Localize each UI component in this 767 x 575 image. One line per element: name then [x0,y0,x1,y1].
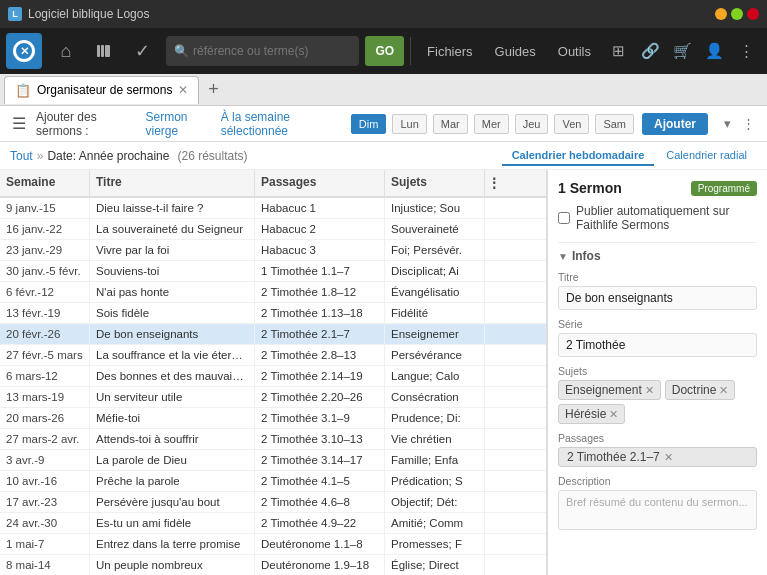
publish-checkbox[interactable] [558,212,570,224]
infos-label: Infos [572,249,601,263]
td-sujet: Promesses; F [385,534,485,554]
table-row[interactable]: 27 mars-2 avr. Attends-toi à souffrir 2 … [0,429,546,450]
description-field[interactable]: Bref résumé du contenu du sermon... [558,490,757,530]
user-icon[interactable]: 👤 [699,36,729,66]
tab-close-button[interactable]: ✕ [178,83,188,97]
td-passage: 2 Timothée 1.13–18 [255,303,385,323]
guides-menu[interactable]: Guides [485,38,546,65]
toolbar-menu-icon[interactable]: ☰ [8,110,30,137]
td-sujet: Prédication; S [385,471,485,491]
td-titre: Entrez dans la terre promise [90,534,255,554]
td-extra [485,555,501,575]
td-date: 3 avr.-9 [0,450,90,470]
tasks-button[interactable]: ✓ [124,33,160,69]
go-button[interactable]: GO [365,36,404,66]
td-date: 23 janv.-29 [0,240,90,260]
maximize-button[interactable] [731,8,743,20]
table-row[interactable]: 16 janv.-22 La souveraineté du Seigneur … [0,219,546,240]
home-button[interactable]: ⌂ [48,33,84,69]
right-panel: 1 Sermon Programmé Publier automatiqueme… [547,170,767,575]
panel-header: 1 Sermon Programmé [558,180,757,196]
a-la-semaine-link[interactable]: À la semaine sélectionnée [221,110,345,138]
table-row[interactable]: 27 févr.-5 mars La souffrance et la vie … [0,345,546,366]
panel-badge: Programmé [691,181,757,196]
passage-remove[interactable]: ✕ [664,451,673,464]
main-content: Semaine Titre Passages Sujets ⋮ 9 janv.-… [0,170,767,575]
td-passage: 2 Timothée 4.9–22 [255,513,385,533]
table-row[interactable]: 10 avr.-16 Prêche la parole 2 Timothée 4… [0,471,546,492]
minimize-button[interactable] [715,8,727,20]
day-dim-button[interactable]: Dim [351,114,387,134]
table-row[interactable]: 20 févr.-26 De bon enseignants 2 Timothé… [0,324,546,345]
td-passage: Habacuc 3 [255,240,385,260]
serie-value[interactable]: 2 Timothée [558,333,757,357]
dropdown-icon[interactable]: ▾ [720,114,735,133]
fichiers-menu[interactable]: Fichiers [417,38,483,65]
sermon-tab[interactable]: 📋 Organisateur de sermons ✕ [4,76,199,104]
cart-icon[interactable]: 🛒 [667,36,697,66]
td-extra [485,492,501,512]
day-mer-button[interactable]: Mer [474,114,509,134]
passage-tag[interactable]: 2 Timothée 2.1–7 ✕ [558,447,757,467]
table-row[interactable]: 8 mai-14 Un peuple nombreux Deutéronome … [0,555,546,575]
td-extra [485,282,501,302]
td-passage: 1 Timothée 1.1–7 [255,261,385,281]
table-row[interactable]: 30 janv.-5 févr. Souviens-toi 1 Timothée… [0,261,546,282]
table-row[interactable]: 17 avr.-23 Persévère jusqu'au bout 2 Tim… [0,492,546,513]
infos-section[interactable]: ▼ Infos [558,249,757,263]
svg-rect-1 [101,45,104,57]
td-titre: La souveraineté du Seigneur [90,219,255,239]
td-date: 1 mai-7 [0,534,90,554]
table-row[interactable]: 1 mai-7 Entrez dans la terre promise Deu… [0,534,546,555]
day-ven-button[interactable]: Ven [554,114,589,134]
tabbar: 📋 Organisateur de sermons ✕ + [0,74,767,106]
day-mar-button[interactable]: Mar [433,114,468,134]
day-jeu-button[interactable]: Jeu [515,114,549,134]
table-row[interactable]: 6 févr.-12 N'ai pas honte 2 Timothée 1.8… [0,282,546,303]
more-icon[interactable]: ⋮ [731,36,761,66]
svg-rect-0 [97,45,100,57]
close-button[interactable] [747,8,759,20]
table-row[interactable]: 23 janv.-29 Vivre par la foi Habacuc 3 F… [0,240,546,261]
td-date: 20 mars-26 [0,408,90,428]
titlebar-controls[interactable] [715,8,759,20]
td-passage: Deutéronome 1.1–8 [255,534,385,554]
tab-label: Organisateur de sermons [37,83,172,97]
td-extra [485,198,501,218]
tag-heresie-remove[interactable]: ✕ [609,408,618,421]
tag-heresie[interactable]: Hérésie ✕ [558,404,625,424]
day-sam-button[interactable]: Sam [595,114,634,134]
library-button[interactable] [86,33,122,69]
tag-enseignement[interactable]: Enseignement ✕ [558,380,661,400]
table-row[interactable]: 20 mars-26 Méfie-toi 2 Timothée 3.1–9 Pr… [0,408,546,429]
td-titre: N'ai pas honte [90,282,255,302]
day-lun-button[interactable]: Lun [392,114,426,134]
table-row[interactable]: 13 févr.-19 Sois fidèle 2 Timothée 1.13–… [0,303,546,324]
table-header: Semaine Titre Passages Sujets ⋮ [0,170,546,198]
app-icon: L [8,7,22,21]
tag-doctrine-remove[interactable]: ✕ [719,384,728,397]
table-row[interactable]: 3 avr.-9 La parole de Dieu 2 Timothée 3.… [0,450,546,471]
td-extra [485,408,501,428]
layout-icon[interactable]: ⊞ [603,36,633,66]
tag-enseignement-remove[interactable]: ✕ [645,384,654,397]
table-row[interactable]: 13 mars-19 Un serviteur utile 2 Timothée… [0,387,546,408]
sermon-vierge-link[interactable]: Sermon vierge [145,110,214,138]
ajouter-button[interactable]: Ajouter [642,113,708,135]
td-titre: Un serviteur utile [90,387,255,407]
calendar-radial-button[interactable]: Calendrier radial [656,146,757,166]
link-icon[interactable]: 🔗 [635,36,665,66]
table-row[interactable]: 6 mars-12 Des bonnes et des mauvaises pa… [0,366,546,387]
add-tab-button[interactable]: + [201,78,225,102]
table-row[interactable]: 9 janv.-15 Dieu laisse-t-il faire ? Haba… [0,198,546,219]
titre-value[interactable]: De bon enseignants [558,286,757,310]
more-options-icon[interactable]: ⋮ [738,114,759,133]
nav-right-icons: ⊞ 🔗 🛒 👤 ⋮ [603,36,761,66]
breadcrumb-all-link[interactable]: Tout [10,149,33,163]
calendar-hebdo-button[interactable]: Calendrier hebdomadaire [502,146,655,166]
search-input[interactable] [193,44,351,58]
outils-menu[interactable]: Outils [548,38,601,65]
table-row[interactable]: 24 avr.-30 Es-tu un ami fidèle 2 Timothé… [0,513,546,534]
tag-doctrine[interactable]: Doctrine ✕ [665,380,736,400]
tab-icon: 📋 [15,83,31,98]
